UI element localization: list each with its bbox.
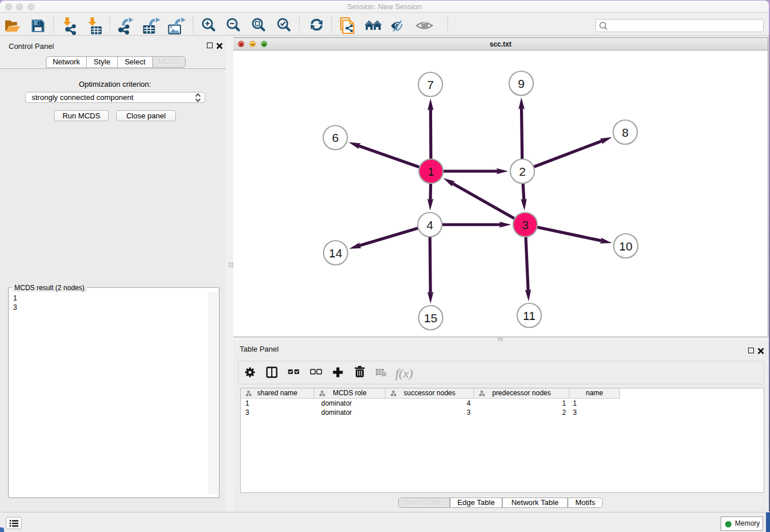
svg-text:3: 3 <box>522 218 529 232</box>
svg-text:4: 4 <box>426 218 433 232</box>
svg-text:10: 10 <box>619 240 632 253</box>
svg-text:f(x): f(x) <box>395 366 413 380</box>
svg-text:15: 15 <box>424 311 437 325</box>
svg-text:2: 2 <box>519 165 526 178</box>
svg-text:7: 7 <box>427 78 434 91</box>
svg-text:1: 1 <box>428 165 434 178</box>
svg-text:8: 8 <box>622 126 629 139</box>
svg-text:11: 11 <box>523 309 536 322</box>
svg-text:9: 9 <box>518 77 525 90</box>
svg-text:6: 6 <box>332 131 339 144</box>
svg-text:14: 14 <box>329 246 342 260</box>
